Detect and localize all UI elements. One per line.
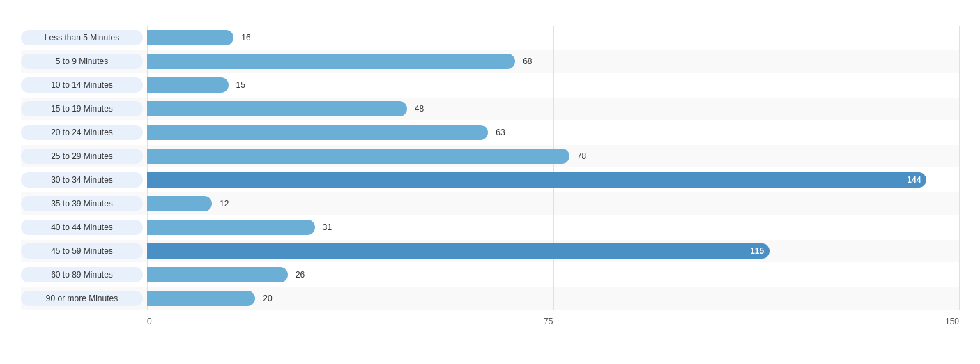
bar-value: 26 <box>292 270 305 280</box>
bar-row: 40 to 44 Minutes31 <box>21 216 959 238</box>
bar-label: Less than 5 Minutes <box>21 30 143 45</box>
bar-label: 45 to 59 Minutes <box>21 243 143 259</box>
bar-value-inside: 115 <box>750 246 764 256</box>
bar-label: 10 to 14 Minutes <box>21 77 143 93</box>
bar-label: 90 or more Minutes <box>21 291 143 306</box>
bar-container: 115 <box>147 243 959 259</box>
bar-value: 78 <box>574 151 586 161</box>
bar-container: 20 <box>147 291 959 306</box>
bar-label: 30 to 34 Minutes <box>21 172 143 188</box>
bar-fill: 144 <box>147 172 926 188</box>
bar-label: 15 to 19 Minutes <box>21 101 143 116</box>
bar-fill: 78 <box>147 149 569 164</box>
bar-row: 10 to 14 Minutes15 <box>21 74 959 96</box>
bar-container: 26 <box>147 267 959 282</box>
bar-fill: 20 <box>147 291 255 306</box>
chart-area: Less than 5 Minutes165 to 9 Minutes6810 … <box>21 26 959 326</box>
bar-fill: 16 <box>147 30 233 45</box>
grid-line <box>959 26 960 310</box>
bar-fill: 68 <box>147 54 515 69</box>
bar-row: Less than 5 Minutes16 <box>21 26 959 49</box>
bar-fill: 15 <box>147 77 229 93</box>
bar-value: 12 <box>216 199 229 208</box>
bar-fill: 31 <box>147 220 315 235</box>
bar-fill: 48 <box>147 101 407 116</box>
axis-label: 75 <box>544 317 553 326</box>
bar-container: 68 <box>147 54 959 69</box>
bar-label: 60 to 89 Minutes <box>21 267 143 282</box>
bar-fill: 12 <box>147 196 212 211</box>
bar-value: 16 <box>238 33 250 43</box>
bar-label: 35 to 39 Minutes <box>21 196 143 211</box>
bar-fill: 115 <box>147 243 770 259</box>
bar-container: 12 <box>147 196 959 211</box>
bar-value-inside: 144 <box>907 175 921 185</box>
bar-container: 48 <box>147 101 959 116</box>
bar-container: 63 <box>147 125 959 140</box>
bar-row: 30 to 34 Minutes144 <box>21 169 959 191</box>
bar-value: 63 <box>492 128 505 137</box>
bar-value: 15 <box>233 80 245 90</box>
bar-container: 144 <box>147 172 959 188</box>
bar-row: 25 to 29 Minutes78 <box>21 145 959 167</box>
bar-container: 16 <box>147 30 959 45</box>
bar-container: 15 <box>147 77 959 93</box>
bar-fill: 63 <box>147 125 488 140</box>
x-axis: 075150 <box>147 314 959 326</box>
bar-container: 78 <box>147 149 959 164</box>
bar-fill: 26 <box>147 267 288 282</box>
bar-value: 31 <box>319 222 332 232</box>
bar-label: 40 to 44 Minutes <box>21 220 143 235</box>
bar-label: 5 to 9 Minutes <box>21 54 143 69</box>
axis-label: 150 <box>945 317 959 326</box>
bar-label: 25 to 29 Minutes <box>21 149 143 164</box>
bar-row: 60 to 89 Minutes26 <box>21 264 959 286</box>
bar-container: 31 <box>147 220 959 235</box>
bar-value: 68 <box>519 56 532 66</box>
bar-row: 5 to 9 Minutes68 <box>21 50 959 73</box>
bar-label: 20 to 24 Minutes <box>21 125 143 140</box>
bar-row: 45 to 59 Minutes115 <box>21 240 959 262</box>
bar-row: 35 to 39 Minutes12 <box>21 192 959 215</box>
bar-row: 20 to 24 Minutes63 <box>21 121 959 144</box>
bar-value: 20 <box>259 294 272 303</box>
bar-value: 48 <box>411 104 424 114</box>
axis-label: 0 <box>147 317 152 326</box>
bar-row: 15 to 19 Minutes48 <box>21 98 959 120</box>
bar-row: 90 or more Minutes20 <box>21 287 959 310</box>
